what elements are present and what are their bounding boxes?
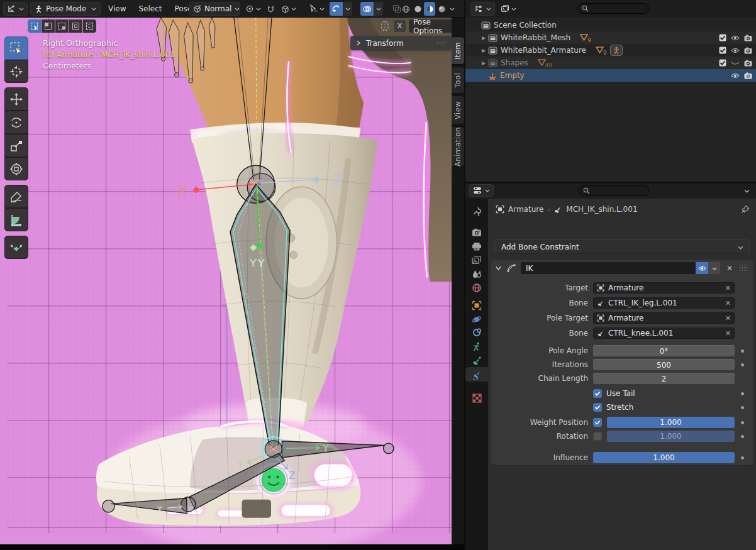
tab-world-properties[interactable] [465,280,488,295]
animate-dot[interactable] [741,421,744,424]
tool-rotate[interactable] [4,111,28,134]
animate-dot[interactable] [741,363,744,366]
panel-collapse-chevron-icon[interactable] [496,265,501,271]
disable-render-camera-icon[interactable] [744,72,752,79]
constraint-delete-button[interactable]: ✕ [724,262,735,274]
tab-tool-properties[interactable] [465,204,488,218]
mirror-x-button[interactable]: X [394,20,406,32]
tab-animation[interactable]: Animation [452,126,465,167]
constraint-extras-dropdown[interactable] [708,262,720,274]
properties-editor-dropdown[interactable] [469,184,494,197]
shading-material-button[interactable] [424,2,435,16]
animate-dot[interactable] [741,349,744,353]
shading-rendered-button[interactable] [436,2,447,16]
tab-object-constraints[interactable] [465,326,488,340]
editor-split-horizontal[interactable] [465,182,756,184]
tab-texture-properties[interactable] [465,391,488,405]
gizmo-dropdown[interactable] [343,2,352,16]
constraint-drag-grip[interactable]: :::::::: [739,265,748,271]
tab-viewlayer-properties[interactable] [465,253,488,267]
selectable-checkbox[interactable] [719,34,726,41]
add-bone-constraint-dropdown[interactable]: Add Bone Constraint [494,239,750,254]
properties-search-input[interactable] [579,185,649,196]
pole-target-field[interactable]: Armature ✕ [593,312,735,324]
influence-slider[interactable]: 1.000 [593,452,735,463]
pin-icon[interactable] [741,205,750,214]
outliner-editor-dropdown[interactable] [470,2,495,16]
expand-arrow-icon[interactable]: ▶ [479,35,488,41]
tool-measure[interactable] [4,208,28,231]
use-tail-checkbox[interactable] [593,389,602,398]
viewport-canvas[interactable]: X Z Y Y [0,18,465,550]
disable-render-camera-icon[interactable] [744,60,752,67]
chain-length-field[interactable]: 2 [593,373,735,384]
rotation-slider[interactable]: 1.000 [607,431,735,442]
hide-viewport-eye-icon[interactable] [731,35,740,41]
selectable-checkbox[interactable] [719,47,726,54]
clear-x-icon[interactable]: ✕ [725,329,731,338]
target-field[interactable]: Armature ✕ [593,282,735,294]
panel-drag-grip[interactable]: :::: [436,40,447,47]
weight-position-checkbox[interactable] [593,418,602,427]
shading-solid-button[interactable] [412,2,423,16]
editor-split-vertical[interactable] [464,0,465,550]
menu-view[interactable]: View [103,2,131,16]
gizmo-visibility-dropdown[interactable] [306,2,326,16]
tab-output-properties[interactable] [465,239,488,253]
hide-viewport-eye-icon[interactable] [731,47,740,54]
tool-annotate[interactable] [4,185,28,208]
hidden-eye-closed-icon[interactable] [731,60,740,67]
editor-type-dropdown[interactable] [3,2,28,16]
tab-view[interactable]: View [452,96,465,124]
transform-orientation-dropdown[interactable]: Normal [189,2,240,16]
snap-settings-dropdown[interactable] [278,2,299,16]
weight-position-slider[interactable]: 1.000 [607,417,735,428]
outliner-row-shapes[interactable]: ▶ Shapes 49 [465,57,756,69]
tab-armature-data[interactable] [465,339,488,354]
constraint-name-field[interactable]: IK [521,262,696,274]
3d-viewport[interactable]: X Z Y Y [0,18,465,550]
transform-panel-header[interactable]: Transform :::: [350,36,452,50]
shading-dropdown[interactable] [448,2,457,16]
select-mode-subtract[interactable] [69,19,82,33]
animate-dot[interactable] [741,435,744,438]
bone-field[interactable]: CTRL_IK_leg.L.001 ✕ [593,297,735,309]
breadcrumb-bone[interactable]: MCH_IK_shin.L.001 [566,205,637,214]
select-mode-tweak[interactable] [28,19,41,33]
pole-bone-field[interactable]: CTRL_knee.L.001 ✕ [593,327,735,339]
tab-scene-properties[interactable] [465,267,488,281]
animate-dot[interactable] [741,392,744,395]
rotation-checkbox[interactable] [593,432,602,441]
select-mode-new[interactable] [42,19,55,33]
tool-transform[interactable] [4,157,28,180]
hide-viewport-eye-icon[interactable] [731,72,740,79]
iterations-field[interactable]: 500 [593,359,735,370]
shading-wireframe-button[interactable] [400,2,411,16]
pole-angle-field[interactable]: 0° [593,345,735,356]
disable-render-camera-icon[interactable] [744,35,752,41]
outliner-row-mesh[interactable]: ▶ WhiteRabbit_Mesh 9 [465,31,756,44]
disable-render-camera-icon[interactable] [744,47,752,54]
outliner-display-mode-dropdown[interactable] [498,2,519,16]
tool-move[interactable] [4,87,28,111]
x-axis-mirror-icon[interactable] [379,20,391,32]
animate-dot[interactable] [741,406,744,409]
outliner-row-scene-collection[interactable]: Scene Collection [465,19,756,31]
properties-options-chevron[interactable] [744,188,749,193]
pivot-point-dropdown[interactable] [243,2,263,16]
select-mode-intersect[interactable] [83,19,96,33]
tab-bone-properties[interactable] [465,353,488,368]
show-overlays-toggle[interactable] [360,2,374,16]
constraint-enable-eye-button[interactable] [696,262,708,274]
tab-render-properties[interactable] [465,225,488,239]
expand-arrow-icon[interactable]: ▶ [479,60,488,66]
tab-physics-properties[interactable] [465,312,488,326]
breadcrumb-object[interactable]: Armature [508,205,543,214]
tool-select-box[interactable] [4,36,28,60]
selectable-checkbox[interactable] [719,59,726,67]
snap-toggle[interactable] [264,2,277,16]
animate-dot[interactable] [741,456,744,459]
overlays-dropdown[interactable] [374,2,383,16]
tab-object-properties[interactable] [465,298,488,312]
clear-x-icon[interactable]: ✕ [725,284,731,292]
